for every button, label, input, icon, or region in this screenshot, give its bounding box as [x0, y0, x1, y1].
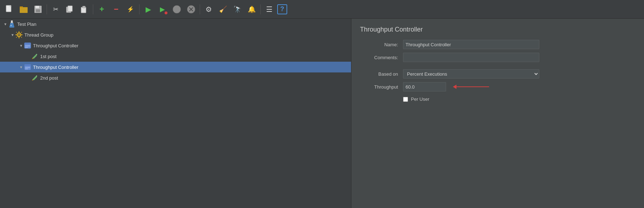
tree-arrow-thread-group: ▼ [10, 33, 15, 37]
svg-rect-9 [68, 6, 72, 11]
expand-button[interactable]: ⚡ [124, 3, 137, 16]
svg-point-17 [10, 25, 12, 26]
right-panel: Throughput Controller Name: Comments: Ba… [351, 19, 644, 208]
svg-rect-16 [11, 20, 13, 23]
based-on-select[interactable]: Percent Executions Total Executions [403, 69, 539, 79]
start-button[interactable]: ▶ [142, 3, 155, 16]
svg-rect-29 [24, 43, 31, 44]
pencil-icon-1 [31, 52, 39, 60]
throughput-input[interactable] [403, 82, 446, 91]
paste-button[interactable] [78, 3, 91, 16]
tree-label-2nd-post: 2nd post [40, 75, 58, 81]
comments-input[interactable] [403, 53, 539, 62]
separator-1 [47, 4, 47, 14]
svg-rect-11 [82, 6, 85, 8]
main-area: ▼ Test Plan ▼ [0, 19, 644, 208]
red-arrow-line [453, 86, 489, 87]
save-button[interactable] [32, 3, 44, 16]
cut-button[interactable]: ✂ [49, 3, 62, 16]
separator-2 [93, 4, 93, 14]
tree-item-2nd-post[interactable]: ▶ 2nd post [0, 72, 351, 83]
name-input[interactable] [403, 40, 539, 49]
comments-row: Comments: [360, 53, 635, 62]
svg-rect-21 [19, 37, 19, 38]
panel-title: Throughput Controller [360, 26, 635, 33]
red-arrow-annotation [453, 86, 489, 87]
tree-item-thread-group[interactable]: ▼ Thread Group [0, 29, 351, 40]
flask-icon [8, 20, 16, 28]
settings-button[interactable]: ⚙ [202, 3, 215, 16]
red-arrow-head [453, 85, 456, 89]
controller-icon-2 [24, 63, 32, 71]
tree-arrow-throughput-2: ▼ [19, 65, 24, 69]
clear-button[interactable]: 🔔 [245, 3, 258, 16]
svg-rect-33 [24, 64, 31, 66]
new-button[interactable] [3, 3, 16, 16]
svg-rect-24 [16, 32, 17, 33]
based-on-label: Based on [360, 71, 403, 77]
tree-panel: ▼ Test Plan ▼ [0, 19, 351, 208]
tree-arrow-test-plan: ▼ [3, 22, 8, 26]
tree-label-test-plan: Test Plan [17, 22, 36, 27]
remove-button[interactable]: − [110, 3, 123, 16]
tree-item-throughput-1[interactable]: ▼ Throughput Controller [0, 40, 351, 51]
tree-label-throughput-1: Throughput Controller [33, 43, 78, 48]
open-button[interactable] [17, 3, 30, 16]
help-button[interactable]: ? [277, 4, 287, 14]
svg-rect-6 [35, 6, 39, 8]
comments-label: Comments: [360, 55, 403, 60]
add-button[interactable]: + [95, 3, 108, 16]
svg-rect-34 [25, 67, 30, 68]
search-button[interactable]: 🔭 [231, 3, 244, 16]
svg-rect-26 [16, 37, 17, 38]
svg-point-19 [18, 34, 20, 36]
svg-rect-30 [25, 46, 30, 46]
tree-arrow-throughput-1: ▼ [19, 44, 24, 48]
throughput-input-wrap [403, 82, 489, 91]
name-label: Name: [360, 42, 403, 47]
svg-rect-20 [19, 31, 19, 33]
toolbar: ✂ + − ⚡ ▶ ▶ ⚙ [0, 0, 644, 19]
tree-item-test-plan[interactable]: ▼ Test Plan [0, 19, 351, 29]
per-user-label: Per User [411, 96, 429, 102]
svg-rect-2 [10, 5, 11, 7]
controller-icon-1 [24, 42, 32, 49]
tree-item-throughput-2[interactable]: ▼ Throughput Controller [0, 62, 351, 72]
copy-button[interactable] [63, 3, 76, 16]
separator-3 [139, 4, 139, 14]
svg-rect-7 [36, 9, 40, 12]
svg-rect-31 [25, 47, 28, 48]
start-no-pause-button[interactable]: ▶ [156, 3, 169, 16]
stop-button[interactable] [170, 3, 183, 16]
tree-label-throughput-2: Throughput Controller [33, 65, 78, 70]
gear-icon [15, 31, 23, 39]
svg-rect-25 [21, 32, 22, 33]
per-user-row: Per User [403, 96, 635, 102]
list-button[interactable]: ☰ [263, 3, 276, 16]
based-on-row: Based on Percent Executions Total Execut… [360, 69, 635, 79]
svg-point-12 [173, 5, 181, 13]
svg-rect-27 [21, 37, 22, 38]
svg-rect-22 [15, 34, 17, 35]
throughput-row: Throughput [360, 82, 635, 91]
svg-rect-35 [25, 68, 28, 69]
log-button[interactable]: 🧹 [217, 3, 229, 16]
tree-label-thread-group: Thread Group [24, 32, 53, 38]
tree-item-1st-post[interactable]: ▶ 1st post [0, 51, 351, 62]
separator-5 [260, 4, 261, 14]
throughput-label: Throughput [360, 84, 403, 90]
shutdown-button[interactable] [185, 3, 198, 16]
svg-rect-3 [20, 7, 28, 13]
name-row: Name: [360, 40, 635, 49]
svg-rect-23 [21, 34, 23, 35]
per-user-checkbox[interactable] [403, 97, 408, 102]
tree-label-1st-post: 1st post [40, 54, 57, 59]
separator-4 [200, 4, 200, 14]
pencil-icon-2 [31, 74, 39, 82]
svg-rect-4 [20, 6, 23, 8]
